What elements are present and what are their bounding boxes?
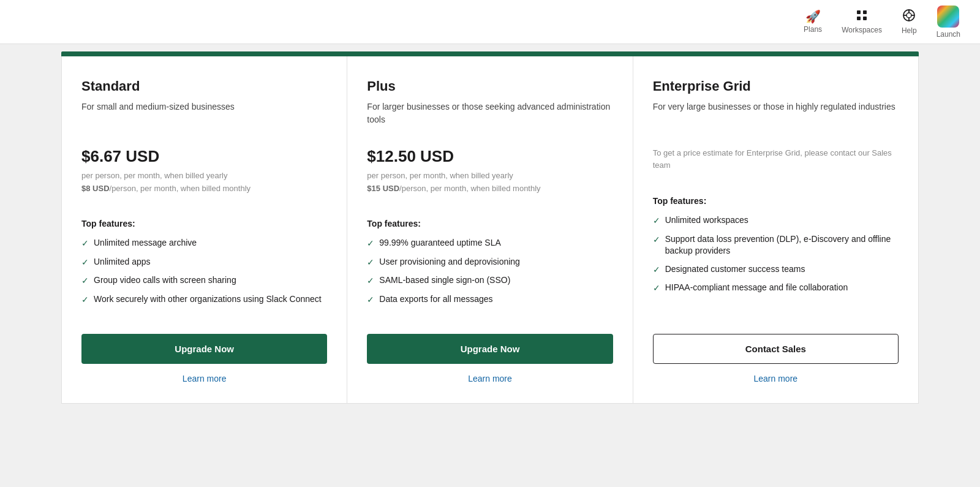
plus-plan-desc: For larger businesses or those seeking a… bbox=[367, 100, 612, 130]
standard-learn-more-link[interactable]: Learn more bbox=[81, 374, 327, 383]
enterprise-price-contact: To get a price estimate for Enterprise G… bbox=[653, 147, 899, 179]
svg-point-5 bbox=[907, 13, 911, 18]
list-item: ✓ 99.99% guaranteed uptime SLA bbox=[367, 237, 612, 250]
standard-features-list: ✓ Unlimited message archive ✓ Unlimited … bbox=[81, 237, 327, 312]
svg-rect-0 bbox=[857, 10, 861, 14]
workspaces-icon bbox=[856, 9, 868, 23]
svg-rect-2 bbox=[857, 17, 861, 20]
standard-price-main: $6.67 USD bbox=[81, 147, 327, 166]
help-icon bbox=[902, 9, 916, 24]
list-item: ✓ Unlimited message archive bbox=[81, 237, 327, 250]
enterprise-plan-desc: For very large businesses or those in hi… bbox=[653, 100, 899, 130]
plan-standard: Standard For small and medium-sized busi… bbox=[62, 56, 347, 403]
app-icon bbox=[937, 6, 959, 28]
enterprise-plan-name: Enterprise Grid bbox=[653, 78, 899, 94]
list-item: ✓ Group video calls with screen sharing bbox=[81, 274, 327, 287]
enterprise-features-label: Top features: bbox=[653, 196, 899, 206]
list-item: ✓ Work securely with other organizations… bbox=[81, 293, 327, 306]
plan-plus: Plus For larger businesses or those seek… bbox=[347, 56, 633, 403]
check-icon: ✓ bbox=[81, 275, 89, 287]
list-item: ✓ User provisioning and deprovisioning bbox=[367, 256, 612, 269]
list-item: ✓ SAML-based single sign-on (SSO) bbox=[367, 274, 612, 287]
check-icon: ✓ bbox=[367, 275, 374, 287]
check-icon: ✓ bbox=[367, 294, 374, 306]
plans-icon: 🚀 bbox=[805, 10, 821, 23]
plus-learn-more-link[interactable]: Learn more bbox=[367, 374, 612, 383]
list-item: ✓ Unlimited apps bbox=[81, 256, 327, 269]
check-icon: ✓ bbox=[653, 234, 660, 246]
check-icon: ✓ bbox=[81, 238, 89, 250]
standard-features-label: Top features: bbox=[81, 219, 327, 228]
plus-upgrade-button[interactable]: Upgrade Now bbox=[367, 334, 612, 364]
standard-plan-name: Standard bbox=[81, 78, 327, 94]
check-icon: ✓ bbox=[81, 294, 89, 306]
launch-label: Launch bbox=[937, 30, 960, 39]
plus-monthly-suffix: /person, per month, when billed monthly bbox=[399, 184, 541, 193]
check-icon: ✓ bbox=[653, 282, 660, 295]
accent-bar bbox=[61, 51, 919, 56]
enterprise-learn-more-link[interactable]: Learn more bbox=[653, 374, 899, 383]
nav-workspaces[interactable]: Workspaces bbox=[842, 9, 882, 34]
enterprise-contact-button[interactable]: Contact Sales bbox=[653, 334, 899, 364]
plus-price-sub: per person, per month, when billed yearl… bbox=[367, 170, 612, 202]
standard-monthly-suffix: /person, per month, when billed monthly bbox=[110, 184, 251, 193]
plus-plan-name: Plus bbox=[367, 78, 612, 94]
check-icon: ✓ bbox=[653, 215, 660, 227]
enterprise-features-list: ✓ Unlimited workspaces ✓ Support data lo… bbox=[653, 214, 899, 301]
workspaces-label: Workspaces bbox=[842, 26, 882, 34]
plus-price-main: $12.50 USD bbox=[367, 147, 612, 166]
nav-launch[interactable]: Launch bbox=[937, 6, 960, 39]
check-icon: ✓ bbox=[81, 257, 89, 269]
plans-label: Plans bbox=[804, 25, 822, 34]
svg-rect-1 bbox=[863, 10, 867, 14]
top-navigation: 🚀 Plans Workspaces bbox=[0, 0, 980, 44]
plus-monthly-price: $15 USD bbox=[367, 184, 399, 193]
list-item: ✓ Designated customer success teams bbox=[653, 263, 899, 276]
help-label: Help bbox=[902, 26, 917, 35]
list-item: ✓ HIPAA-compliant message and file colla… bbox=[653, 282, 899, 295]
list-item: ✓ Support data loss prevention (DLP), e-… bbox=[653, 233, 899, 257]
svg-rect-3 bbox=[863, 17, 867, 20]
nav-help[interactable]: Help bbox=[902, 9, 917, 35]
plan-enterprise: Enterprise Grid For very large businesse… bbox=[633, 56, 918, 403]
plus-features-label: Top features: bbox=[367, 219, 612, 228]
pricing-cards-container: Standard For small and medium-sized busi… bbox=[61, 56, 919, 404]
standard-plan-desc: For small and medium-sized businesses bbox=[81, 100, 327, 130]
standard-price-sub: per person, per month, when billed yearl… bbox=[81, 170, 327, 202]
check-icon: ✓ bbox=[367, 257, 374, 269]
list-item: ✓ Unlimited workspaces bbox=[653, 214, 899, 227]
nav-plans[interactable]: 🚀 Plans bbox=[804, 10, 822, 34]
list-item: ✓ Data exports for all messages bbox=[367, 293, 612, 306]
check-icon: ✓ bbox=[653, 264, 660, 276]
check-icon: ✓ bbox=[367, 238, 374, 250]
standard-monthly-price: $8 USD bbox=[81, 184, 110, 193]
plus-features-list: ✓ 99.99% guaranteed uptime SLA ✓ User pr… bbox=[367, 237, 612, 312]
standard-upgrade-button[interactable]: Upgrade Now bbox=[81, 334, 327, 364]
